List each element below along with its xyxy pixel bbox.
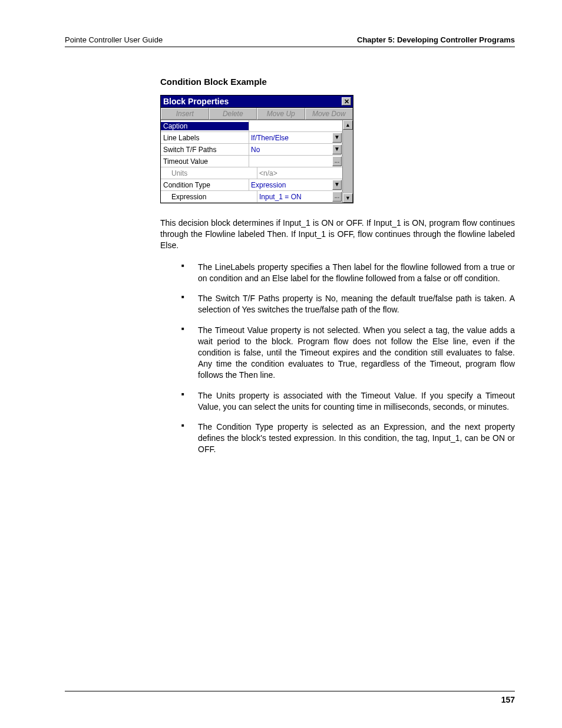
chevron-down-icon[interactable]: ▼ <box>332 133 342 143</box>
window-titlebar[interactable]: Block Properties ✕ <box>161 95 353 108</box>
property-row-switch-paths[interactable]: Switch T/F Paths No ▼ <box>161 144 342 156</box>
list-item: The Timeout Value property is not select… <box>181 325 515 380</box>
property-value[interactable]: No <box>249 144 332 155</box>
property-value[interactable]: Expression <box>249 179 332 190</box>
property-label: Expression <box>161 193 257 201</box>
list-item: The LineLabels property specifies a Then… <box>181 262 515 284</box>
property-value: <n/a> <box>257 167 342 179</box>
insert-button[interactable]: Insert <box>161 108 209 120</box>
list-item: The Units property is associated with th… <box>181 390 515 413</box>
section-title: Condition Block Example <box>160 77 515 87</box>
header-left: Pointe Controller User Guide <box>65 35 163 44</box>
property-value[interactable]: Input_1 = ON <box>257 191 332 202</box>
property-row-condition-type[interactable]: Condition Type Expression ▼ <box>161 179 342 191</box>
property-row-caption[interactable]: Caption <box>161 120 342 132</box>
property-value[interactable]: If/Then/Else <box>249 132 332 143</box>
window-toolbar: Insert Delete Move Up Move Dow <box>161 108 353 120</box>
scroll-down-icon[interactable]: ▼ <box>343 193 353 203</box>
bullet-list: The LineLabels property specifies a Then… <box>181 262 515 455</box>
ellipsis-icon[interactable]: ... <box>332 156 342 166</box>
property-label: Timeout Value <box>161 157 249 166</box>
list-item: The Condition Type property is selected … <box>181 421 515 455</box>
delete-button[interactable]: Delete <box>209 108 257 120</box>
block-properties-window: Block Properties ✕ Insert Delete Move Up… <box>160 95 353 203</box>
intro-paragraph: This decision block determines if Input_… <box>160 218 515 251</box>
page-number: 157 <box>501 695 515 704</box>
list-item: The Switch T/F Paths property is No, mea… <box>181 293 515 315</box>
property-value[interactable] <box>249 156 332 167</box>
properties-grid: Caption Line Labels If/Then/Else ▼ Switc… <box>161 120 342 203</box>
scroll-up-icon[interactable]: ▲ <box>343 120 353 130</box>
property-row-units[interactable]: Units <n/a> <box>161 167 342 179</box>
header-right: Chapter 5: Developing Controller Program… <box>357 35 515 44</box>
property-row-line-labels[interactable]: Line Labels If/Then/Else ▼ <box>161 132 342 144</box>
property-label: Line Labels <box>161 134 249 142</box>
chevron-down-icon[interactable]: ▼ <box>332 144 342 154</box>
property-value[interactable] <box>249 120 342 131</box>
close-icon[interactable]: ✕ <box>342 97 351 106</box>
ellipsis-icon[interactable]: ... <box>332 192 342 202</box>
move-up-button[interactable]: Move Up <box>257 108 305 120</box>
property-label: Condition Type <box>161 181 249 189</box>
property-label: Switch T/F Paths <box>161 146 249 154</box>
window-title: Block Properties <box>163 97 229 106</box>
property-label: Units <box>161 169 257 177</box>
page-footer: 157 <box>65 691 515 704</box>
move-down-button[interactable]: Move Dow <box>305 108 353 120</box>
page-header: Pointe Controller User Guide Chapter 5: … <box>65 35 515 47</box>
property-label: Caption <box>161 122 249 130</box>
property-row-timeout[interactable]: Timeout Value ... <box>161 156 342 167</box>
scrollbar[interactable]: ▲ ▼ <box>342 120 353 203</box>
property-row-expression[interactable]: Expression Input_1 = ON ... <box>161 191 342 203</box>
chevron-down-icon[interactable]: ▼ <box>332 180 342 190</box>
